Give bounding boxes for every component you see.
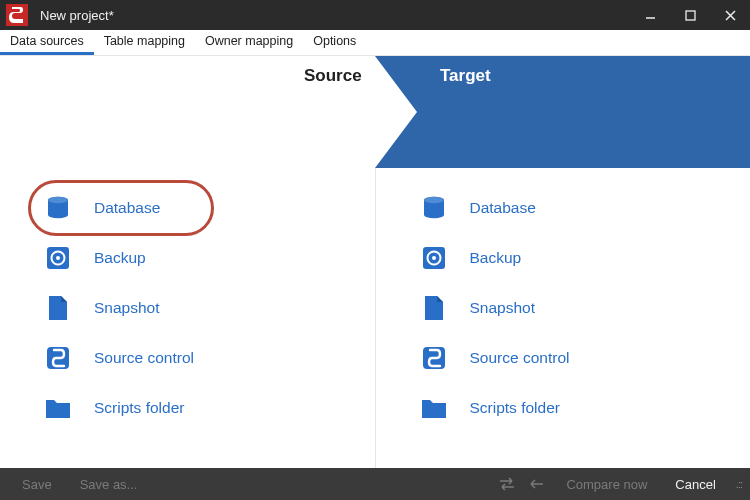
swap-icon[interactable]: [492, 477, 522, 491]
tabstrip: Data sources Table mapping Owner mapping…: [0, 30, 750, 56]
chevron-icon: [375, 56, 417, 168]
button-label: Save: [22, 477, 52, 492]
button-label: Cancel: [675, 477, 715, 492]
save-button[interactable]: Save: [8, 468, 66, 500]
option-label: Backup: [94, 249, 146, 267]
source-option-database[interactable]: Database: [40, 186, 375, 230]
option-label: Database: [470, 199, 536, 217]
option-label: Snapshot: [470, 299, 536, 317]
database-icon: [40, 194, 76, 222]
option-label: Scripts folder: [94, 399, 184, 417]
svg-rect-1: [686, 11, 695, 20]
tab-label: Table mapping: [104, 34, 185, 48]
option-label: Snapshot: [94, 299, 160, 317]
folder-icon: [416, 396, 452, 420]
svg-point-14: [432, 256, 436, 260]
tab-label: Data sources: [10, 34, 84, 48]
minimize-button[interactable]: [630, 0, 670, 30]
option-label: Database: [94, 199, 160, 217]
source-heading: Source: [304, 66, 362, 86]
option-label: Scripts folder: [470, 399, 560, 417]
tab-label: Owner mapping: [205, 34, 293, 48]
arrow-left-icon[interactable]: [522, 478, 552, 490]
button-label: Save as...: [80, 477, 138, 492]
snapshot-icon: [40, 294, 76, 322]
folder-icon: [40, 396, 76, 420]
source-option-snapshot[interactable]: Snapshot: [40, 286, 375, 330]
option-label: Source control: [94, 349, 194, 367]
option-label: Source control: [470, 349, 570, 367]
bottombar: Save Save as... Compare now Cancel .::: [0, 468, 750, 500]
database-icon: [416, 194, 452, 222]
resize-grip-icon: .::: [736, 478, 742, 490]
option-label: Backup: [470, 249, 522, 267]
tab-owner-mapping[interactable]: Owner mapping: [195, 29, 303, 55]
source-option-source-control[interactable]: Source control: [40, 336, 375, 380]
titlebar: New project*: [0, 0, 750, 30]
target-option-database[interactable]: Database: [416, 186, 751, 230]
target-option-backup[interactable]: Backup: [416, 236, 751, 280]
compare-now-button[interactable]: Compare now: [552, 468, 661, 500]
target-option-snapshot[interactable]: Snapshot: [416, 286, 751, 330]
window: New project* Data sources Table mapping …: [0, 0, 750, 500]
source-target-band: Source Target: [0, 56, 750, 168]
close-button[interactable]: [710, 0, 750, 30]
window-title: New project*: [40, 8, 114, 23]
svg-point-11: [424, 197, 444, 203]
svg-point-5: [48, 197, 68, 203]
save-as-button[interactable]: Save as...: [66, 468, 152, 500]
tab-label: Options: [313, 34, 356, 48]
target-column: DatabaseBackupSnapshotSource controlScri…: [375, 168, 751, 468]
snapshot-icon: [416, 294, 452, 322]
options-area: DatabaseBackupSnapshotSource controlScri…: [0, 168, 750, 468]
target-heading: Target: [440, 66, 491, 86]
app-icon: [6, 4, 28, 26]
band-target-side: [375, 56, 750, 168]
tab-table-mapping[interactable]: Table mapping: [94, 29, 195, 55]
tab-options[interactable]: Options: [303, 29, 366, 55]
tab-data-sources[interactable]: Data sources: [0, 29, 94, 55]
target-option-source-control[interactable]: Source control: [416, 336, 751, 380]
svg-point-8: [56, 256, 60, 260]
maximize-button[interactable]: [670, 0, 710, 30]
svg-point-4: [48, 197, 68, 203]
source-control-icon: [40, 345, 76, 371]
source-control-icon: [416, 345, 452, 371]
source-option-backup[interactable]: Backup: [40, 236, 375, 280]
source-column: DatabaseBackupSnapshotSource controlScri…: [0, 168, 375, 468]
backup-icon: [416, 245, 452, 271]
target-option-scripts-folder[interactable]: Scripts folder: [416, 386, 751, 430]
source-option-scripts-folder[interactable]: Scripts folder: [40, 386, 375, 430]
backup-icon: [40, 245, 76, 271]
button-label: Compare now: [566, 477, 647, 492]
window-controls: [630, 0, 750, 30]
cancel-button[interactable]: Cancel: [661, 477, 729, 492]
